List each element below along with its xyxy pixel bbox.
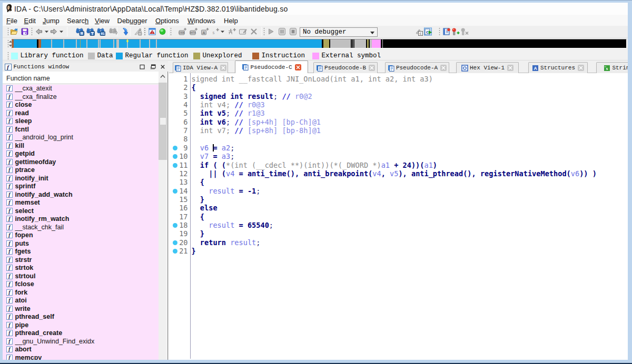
edit-lock-icon[interactable] xyxy=(134,27,142,36)
code-line[interactable]: 20 return result; xyxy=(169,238,628,247)
function-row[interactable]: fmemcpy xyxy=(3,353,159,360)
function-row[interactable]: fselect xyxy=(3,207,159,215)
menu-view[interactable]: View xyxy=(95,17,110,25)
function-list-header[interactable]: Function name xyxy=(3,72,159,84)
scrollbar-thumb[interactable] xyxy=(159,83,167,160)
pseudocode-view[interactable]: 1signed int __fastcall JNI_OnLoad(int a1… xyxy=(169,73,628,360)
search-hex-icon[interactable] xyxy=(76,27,84,36)
code-line[interactable]: 13 { xyxy=(169,178,628,187)
tab-close-icon[interactable] xyxy=(578,65,584,71)
function-row[interactable]: fwrite xyxy=(3,305,159,313)
script-list-icon[interactable] xyxy=(442,27,451,36)
code-line[interactable]: 16 else xyxy=(169,204,628,213)
function-list-scrollbar[interactable] xyxy=(159,72,167,360)
function-row[interactable]: f__gnu_Unwind_Find_exidx xyxy=(3,337,159,346)
function-row[interactable]: fpthread_self xyxy=(3,313,159,321)
panel-close-button[interactable] xyxy=(159,63,166,70)
make-name-icon[interactable]: A xyxy=(201,27,209,36)
code-line[interactable]: 3 signed int result; // r0@2 xyxy=(169,92,628,101)
code-line[interactable]: 18 result = 65540; xyxy=(169,221,628,230)
function-row[interactable]: fsleep xyxy=(3,117,159,126)
function-row[interactable]: fsprintf xyxy=(3,183,159,191)
tab-pseudocode-c[interactable]: Pseudocode-C xyxy=(235,60,308,73)
tab-ida-view-a[interactable]: IDA View-A xyxy=(173,62,228,73)
debugger-select[interactable]: No debugger xyxy=(300,27,378,37)
nav-forward-icon[interactable] xyxy=(50,27,57,36)
tab-close-icon[interactable] xyxy=(220,65,226,71)
code-line[interactable]: 10 v7 = a3; xyxy=(169,152,628,161)
code-line[interactable]: 11 if ( (*(int (__cdecl **)(int))(*(_DWO… xyxy=(169,161,628,170)
function-row[interactable]: ffcntl xyxy=(3,125,159,134)
debug-play-icon[interactable] xyxy=(268,27,274,36)
tab-close-icon[interactable] xyxy=(440,65,447,71)
open-file-icon[interactable] xyxy=(10,27,18,36)
make-function-icon[interactable] xyxy=(228,27,236,36)
function-row[interactable]: fatoi xyxy=(3,297,159,305)
toolbar-grip[interactable] xyxy=(170,27,172,36)
function-row[interactable]: f__cxa_finalize xyxy=(3,93,159,101)
make-code-icon[interactable]: CODE xyxy=(179,27,187,36)
search-again-icon[interactable] xyxy=(109,27,117,36)
menu-search[interactable]: Search xyxy=(67,17,88,25)
code-line[interactable]: 1signed int __fastcall JNI_OnLoad(int a1… xyxy=(169,75,628,84)
search-binary-icon[interactable]: 01 xyxy=(97,27,105,36)
code-line[interactable]: 15 } xyxy=(169,195,628,204)
function-row[interactable]: fgetpid xyxy=(3,150,159,158)
function-row[interactable]: fputs xyxy=(3,239,159,248)
panel-float-button[interactable] xyxy=(149,63,156,70)
function-row[interactable]: f__stack_chk_fail xyxy=(3,223,159,231)
breakpoint-del-icon[interactable] xyxy=(460,27,469,36)
delete-item-icon[interactable] xyxy=(250,27,258,36)
tab-hex-view-1[interactable]: Hex View-1 xyxy=(456,62,519,73)
function-row[interactable]: f__android_log_print xyxy=(3,134,159,142)
toolbar-grip[interactable] xyxy=(7,27,9,36)
navigation-band[interactable] xyxy=(12,39,627,48)
code-line[interactable]: 12 || (v4 = anti_time(), anti_breakpoint… xyxy=(169,169,628,178)
tab-close-icon[interactable] xyxy=(295,64,301,70)
jump-address-icon[interactable] xyxy=(122,27,128,36)
function-row[interactable]: fstrtoul xyxy=(3,272,159,280)
tab-structures[interactable]: AStructures xyxy=(528,62,588,73)
menu-edit[interactable]: Edit xyxy=(24,17,36,25)
function-row[interactable]: ffopen xyxy=(3,231,159,240)
tab-pseudocode-b[interactable]: Pseudocode-B xyxy=(313,62,378,73)
code-line[interactable]: 6 int v6; // [sp+4h] [bp-Ch]@1 xyxy=(169,118,628,127)
drop-arrow-icon[interactable] xyxy=(220,27,225,36)
problems-window-icon[interactable] xyxy=(149,27,156,36)
drop-arrow-icon[interactable] xyxy=(59,27,64,36)
functions-window-titlebar[interactable]: f Functions window xyxy=(3,62,168,72)
tab-pseudocode-a[interactable]: Pseudocode-A xyxy=(385,62,449,73)
code-line[interactable]: 21} xyxy=(169,247,628,256)
run-script-icon[interactable]: c xyxy=(424,27,432,36)
function-row[interactable]: fpthread_create xyxy=(3,329,159,338)
code-line[interactable]: 17 { xyxy=(169,213,628,221)
make-data-icon[interactable]: DATA xyxy=(190,27,198,36)
menu-help[interactable]: Help xyxy=(224,17,238,25)
function-row[interactable]: fmemset xyxy=(3,199,159,207)
code-line[interactable]: 5 int v5; // r1@3 xyxy=(169,109,628,118)
function-row[interactable]: fstrtok xyxy=(3,264,159,272)
drop-arrow-icon[interactable] xyxy=(44,27,49,36)
debug-stop-icon[interactable] xyxy=(289,27,297,36)
save-file-icon[interactable] xyxy=(21,27,29,36)
breakpoint-add-icon[interactable] xyxy=(451,27,460,36)
toolbar-grip[interactable] xyxy=(144,27,146,36)
start-process-icon[interactable] xyxy=(159,27,166,36)
toolbar-grip[interactable] xyxy=(263,27,265,36)
toolbar-grip[interactable] xyxy=(439,27,440,36)
function-row[interactable]: f__cxa_atexit xyxy=(3,85,159,93)
menu-jump[interactable]: Jump xyxy=(43,17,60,25)
debug-pause-icon[interactable] xyxy=(278,27,286,36)
code-line[interactable]: 7 int v7; // [sp+8h] [bp-8h]@1 xyxy=(169,126,628,135)
panel-maximize-button[interactable] xyxy=(139,63,146,70)
function-row[interactable]: fabort xyxy=(3,346,159,354)
nav-back-icon[interactable] xyxy=(35,27,43,36)
menu-debugger[interactable]: Debugger xyxy=(117,17,147,25)
function-row[interactable]: finotify_init xyxy=(3,174,159,183)
code-line[interactable]: 2{ xyxy=(169,83,628,92)
function-row[interactable]: fread xyxy=(3,109,159,117)
code-line[interactable]: 4 int v4; // r0@3 xyxy=(169,100,628,109)
menu-options[interactable]: Options xyxy=(155,17,179,25)
function-row[interactable]: ffclose xyxy=(3,280,159,289)
menu-file[interactable]: File xyxy=(6,17,17,25)
